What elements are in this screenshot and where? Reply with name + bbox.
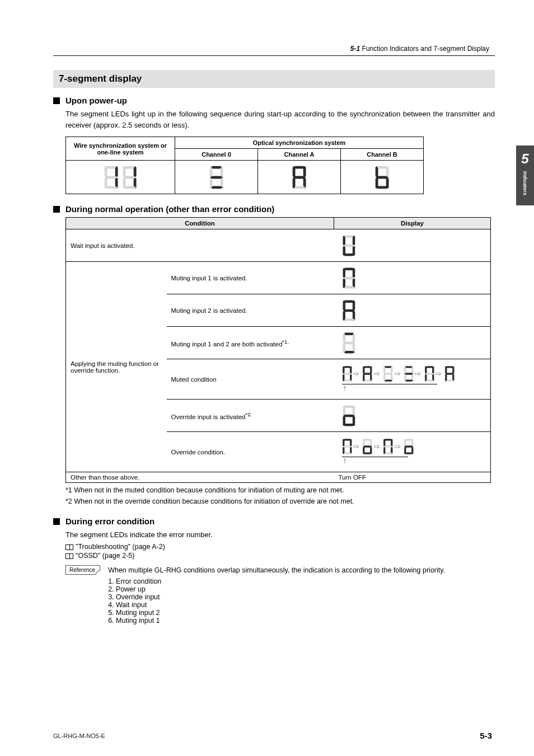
square-bullet-icon — [53, 206, 60, 213]
arrow-icon: ⇨ — [395, 442, 401, 450]
xref2-text: "OSSD" (page 2-5) — [76, 552, 134, 560]
powerup-paragraph: The segment LEDs light up in the followi… — [65, 109, 495, 131]
book-icon — [65, 544, 73, 550]
cond-m12-text: Muting input 1 and 2 are both activated — [171, 341, 283, 348]
loop-back-arrow-icon: ↑ — [343, 456, 347, 465]
running-header: 5-1 Function Indicators and 7-segment Di… — [53, 45, 495, 53]
sync-head-wire: Wire synchronization system or one-line … — [66, 137, 175, 161]
footnote-2: *2 When not in the override condition be… — [65, 497, 495, 505]
cond-muted-disp: ⇨ ⇨ ⇨ ⇨ ⇨ ↑ — [334, 359, 491, 400]
arrow-icon: ⇨ — [374, 369, 380, 378]
cond-other: Other than those above. — [66, 472, 334, 483]
svg-marker-69 — [343, 373, 352, 374]
cond-head-display: Display — [334, 218, 491, 229]
loop-underline — [342, 457, 408, 457]
svg-marker-132 — [383, 445, 392, 447]
sync-disp-ch0 — [175, 161, 258, 194]
reference-label-box: Reference — [65, 565, 100, 575]
ref-item: 5. Muting input 2 — [108, 609, 466, 617]
xref-ossd: "OSSD" (page 2-5) — [65, 552, 495, 560]
reference-block: Reference When multiple GL-RHG condition… — [65, 565, 495, 624]
cond-group: Applying the muting function or override… — [66, 262, 167, 472]
sync-table: Wire synchronization system or one-line … — [65, 137, 424, 194]
sync-disp-wire — [66, 161, 175, 194]
square-bullet-icon — [53, 97, 60, 104]
arrow-icon: ⇨ — [353, 442, 359, 450]
cond-m2: Muting input 2 is activated. — [167, 294, 334, 327]
subhead-powerup: Upon power-up — [53, 96, 495, 105]
reference-list: 1. Error condition 2. Power up 3. Overri… — [108, 577, 466, 624]
arrow-icon: ⇨ — [395, 369, 401, 378]
cond-ovr-cond: Override condition. — [167, 432, 334, 472]
cond-head-condition: Condition — [66, 218, 334, 229]
cond-m2-disp — [334, 294, 491, 327]
cond-m12: Muting input 1 and 2 are both activated*… — [167, 327, 334, 359]
svg-marker-83 — [383, 373, 392, 374]
cond-m12-sup: *1. — [282, 339, 289, 345]
arrow-icon: ⇨ — [435, 369, 442, 378]
svg-marker-41 — [343, 245, 355, 247]
footer-left: GL-RHG-M-NO5-E — [53, 732, 105, 739]
cond-wait-disp — [334, 229, 491, 262]
svg-marker-48 — [343, 277, 355, 279]
sync-head-wire-l2: one-line system — [97, 149, 143, 156]
xref1-text: "Troubleshooting" (page A-2) — [76, 543, 165, 551]
square-bullet-icon — [53, 518, 60, 525]
svg-marker-27 — [293, 176, 306, 179]
footnote-1: *1 When not in the muted condition becau… — [65, 486, 495, 494]
subhead-normal: During normal operation (other than erro… — [53, 204, 495, 214]
cond-wait: Wait input is activated. — [66, 229, 334, 262]
cond-ovr-in-disp — [334, 400, 491, 432]
condition-table: Condition Display Wait input is activate… — [65, 217, 491, 483]
loop-back-arrow-icon: ↑ — [343, 383, 347, 392]
svg-marker-20 — [210, 176, 223, 179]
subhead-normal-text: During normal operation (other than erro… — [65, 204, 274, 214]
sync-head-chA: Channel A — [258, 149, 341, 161]
svg-marker-13 — [123, 176, 136, 179]
loop-underline — [342, 384, 437, 384]
svg-marker-90 — [404, 373, 413, 374]
svg-marker-139 — [404, 445, 413, 447]
subhead-powerup-text: Upon power-up — [65, 96, 127, 105]
ref-item: 1. Error condition — [108, 577, 466, 585]
svg-marker-111 — [343, 415, 355, 417]
cond-other-disp: Turn OFF — [334, 472, 491, 483]
arrow-icon: ⇨ — [374, 442, 380, 450]
sync-head-optical: Optical synchronization system — [175, 137, 424, 149]
svg-marker-97 — [425, 373, 434, 374]
error-paragraph: The segment LEDs indicate the error numb… — [65, 529, 495, 541]
running-header-num: 5-1 — [350, 45, 360, 53]
ref-item: 2. Power up — [108, 585, 466, 593]
ref-item: 3. Override input — [108, 593, 466, 601]
ref-item: 4. Wait input — [108, 601, 466, 609]
section-title: 7-segment display — [53, 70, 495, 88]
cond-muted: Muted condition — [167, 359, 334, 400]
svg-marker-76 — [363, 373, 372, 374]
cond-ovr-in: Override input is activated*2. — [167, 400, 334, 432]
subhead-error-text: During error condition — [65, 516, 154, 526]
svg-marker-62 — [343, 342, 355, 344]
sync-head-chB: Channel B — [341, 149, 424, 161]
svg-marker-6 — [105, 176, 118, 179]
sync-disp-chA — [258, 161, 341, 194]
footer-right: 5-3 — [480, 731, 492, 740]
arrow-icon: ⇨ — [353, 369, 359, 378]
xref-troubleshooting: "Troubleshooting" (page A-2) — [65, 543, 495, 551]
svg-marker-104 — [446, 373, 455, 374]
cond-m1-disp — [334, 262, 491, 294]
sync-disp-chB — [341, 161, 424, 194]
cond-ovr-cond-disp: ⇨ ⇨ ⇨ ↑ — [334, 432, 491, 472]
cond-ovr-in-text: Override input is activated — [171, 414, 246, 420]
cond-ovr-in-sup: *2. — [245, 411, 252, 417]
cond-m1: Muting input 1 is activated. — [167, 262, 334, 294]
reference-text: When multiple GL-RHG conditions overlap … — [108, 565, 466, 575]
sync-head-wire-l1: Wire synchronization system or — [74, 142, 167, 149]
subhead-error: During error condition — [53, 516, 495, 526]
ref-item: 6. Muting input 1 — [108, 617, 466, 624]
svg-marker-34 — [376, 176, 389, 179]
header-rule — [53, 55, 495, 56]
running-header-title: Function Indicators and 7-segment Displa… — [362, 45, 489, 53]
svg-marker-125 — [363, 445, 372, 447]
svg-marker-118 — [343, 445, 352, 447]
arrow-icon: ⇨ — [415, 369, 421, 378]
